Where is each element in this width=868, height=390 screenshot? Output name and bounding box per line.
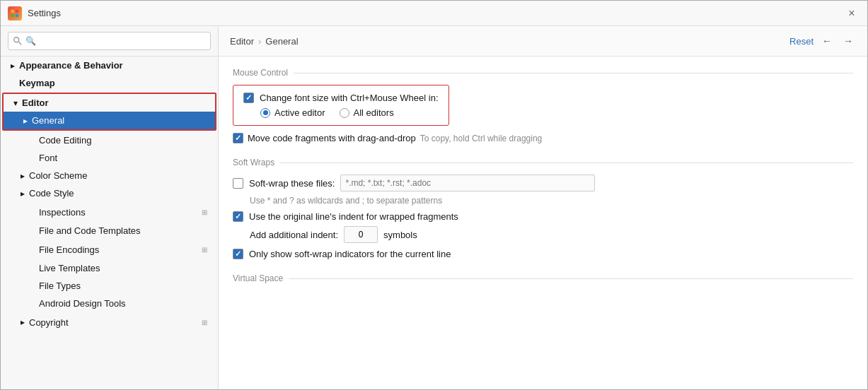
main-header: Editor › General Reset ← → (219, 26, 867, 57)
settings-window: Settings × Appearance & Behavior Keymap (0, 0, 868, 390)
sidebar-item-live-templates[interactable]: Live Templates (1, 259, 218, 277)
sidebar-label-live-templates: Live Templates (39, 263, 211, 273)
close-button[interactable]: × (843, 5, 860, 22)
all-editors-radio-btn[interactable] (340, 108, 349, 118)
indent-input[interactable] (344, 226, 378, 243)
mouse-control-section-title: Mouse Control (233, 68, 853, 78)
sidebar-label-android-design-tools: Android Design Tools (39, 298, 211, 309)
sidebar-item-copyright[interactable]: Copyright ⊞ (1, 312, 218, 332)
sidebar-label-file-types: File Types (39, 280, 211, 291)
sidebar-item-file-encodings[interactable]: File Encodings ⊞ (1, 240, 218, 259)
soft-wrap-input[interactable] (340, 175, 595, 191)
sidebar-item-code-editing[interactable]: Code Editing (1, 131, 218, 149)
soft-wrap-label[interactable]: Soft-wrap these files: (249, 178, 335, 189)
sidebar-item-general[interactable]: General (4, 112, 215, 129)
chevron-right-icon (18, 189, 28, 199)
svg-rect-1 (16, 9, 18, 12)
app-icon (8, 6, 22, 20)
active-editor-radio[interactable]: Active editor (260, 107, 325, 118)
soft-wraps-section-title: Soft Wraps (233, 158, 853, 167)
breadcrumb: Editor › General (230, 36, 789, 47)
soft-wrap-files-row: Soft-wrap these files: (233, 175, 853, 191)
symbols-label: symbols (383, 230, 417, 240)
chevron-right-icon (8, 61, 18, 71)
chevron-right-icon (21, 116, 30, 126)
sidebar-item-color-scheme[interactable]: Color Scheme (1, 167, 218, 184)
active-editor-radio-btn[interactable] (260, 108, 270, 118)
sidebar-label-copyright: Copyright (29, 317, 198, 328)
mouse-control-group: Mouse Control Change font size with Ctrl… (233, 68, 853, 143)
add-indent-row: Add additional indent: symbols (233, 226, 853, 243)
move-code-checkbox[interactable] (233, 133, 243, 143)
all-editors-label[interactable]: All editors (354, 107, 394, 118)
soft-wrap-indicators-label[interactable]: Only show soft-wrap indicators for the c… (249, 249, 451, 259)
reset-button[interactable]: Reset (789, 36, 814, 47)
sidebar: Appearance & Behavior Keymap Editor Gene… (1, 26, 219, 389)
chevron-right-icon (18, 171, 28, 181)
sidebar-item-inspections[interactable]: Inspections ⊞ (1, 202, 218, 222)
change-font-row: Change font size with Ctrl+Mouse Wheel i… (243, 93, 439, 103)
svg-rect-3 (16, 13, 18, 16)
main-content-area: Appearance & Behavior Keymap Editor Gene… (1, 26, 867, 389)
virtual-space-section-title: Virtual Space (233, 273, 853, 283)
sidebar-label-file-encodings: File Encodings (39, 244, 198, 255)
all-editors-radio[interactable]: All editors (340, 107, 394, 118)
sidebar-item-keymap[interactable]: Keymap (1, 74, 218, 92)
main-panel: Editor › General Reset ← → Mouse Control (219, 26, 867, 389)
settings-icon-2: ⊞ (198, 243, 211, 256)
sidebar-label-color-scheme: Color Scheme (29, 170, 211, 181)
original-indent-label[interactable]: Use the original line's indent for wrapp… (249, 211, 458, 222)
soft-wrap-hint: Use * and ? as wildcards and ; to separa… (233, 196, 853, 206)
sidebar-label-font: Font (39, 153, 211, 163)
forward-button[interactable]: → (840, 33, 856, 49)
soft-wrap-indicators-row: Only show soft-wrap indicators for the c… (233, 249, 853, 259)
back-button[interactable]: ← (819, 33, 835, 49)
sidebar-label-appearance: Appearance & Behavior (19, 60, 211, 71)
breadcrumb-separator: › (258, 36, 261, 47)
sidebar-item-font[interactable]: Font (1, 149, 218, 167)
soft-wrap-checkbox[interactable] (233, 178, 243, 189)
settings-icon: ⊞ (198, 206, 211, 218)
active-editor-label[interactable]: Active editor (274, 107, 325, 118)
sidebar-label-editor: Editor (22, 98, 208, 108)
chevron-right-icon (18, 317, 28, 327)
sidebar-label-inspections: Inspections (39, 207, 198, 218)
sidebar-item-editor[interactable]: Editor (4, 94, 215, 112)
search-bar (1, 26, 218, 57)
sidebar-label-file-code-templates: File and Code Templates (39, 225, 211, 236)
sidebar-label-code-editing: Code Editing (39, 135, 211, 146)
sidebar-label-general: General (32, 115, 208, 126)
change-font-checkbox[interactable] (243, 93, 254, 103)
soft-wraps-group: Soft Wraps Soft-wrap these files: Use * … (233, 158, 853, 259)
header-actions: Reset ← → (789, 33, 856, 49)
titlebar: Settings × (1, 1, 867, 26)
sidebar-item-code-style[interactable]: Code Style (1, 184, 218, 202)
chevron-down-icon (11, 98, 21, 108)
sidebar-label-code-style: Code Style (29, 188, 211, 199)
soft-wrap-indicators-checkbox[interactable] (233, 249, 243, 259)
move-code-hint: To copy, hold Ctrl while dragging (420, 134, 543, 143)
original-indent-checkbox[interactable] (233, 211, 243, 222)
original-indent-row: Use the original line's indent for wrapp… (233, 211, 853, 222)
breadcrumb-child: General (265, 36, 298, 47)
sidebar-item-file-types[interactable]: File Types (1, 277, 218, 295)
settings-icon-3: ⊞ (198, 316, 211, 329)
sidebar-item-android-design-tools[interactable]: Android Design Tools (1, 295, 218, 312)
svg-rect-2 (11, 13, 14, 16)
settings-content: Mouse Control Change font size with Ctrl… (219, 57, 867, 389)
breadcrumb-parent: Editor (230, 36, 254, 47)
change-font-label[interactable]: Change font size with Ctrl+Mouse Wheel i… (260, 93, 439, 103)
search-input[interactable] (8, 32, 211, 50)
sidebar-item-appearance[interactable]: Appearance & Behavior (1, 57, 218, 74)
svg-rect-0 (11, 9, 14, 12)
add-indent-label: Add additional indent: (250, 230, 338, 240)
move-code-row: Move code fragments with drag-and-drop T… (233, 133, 853, 143)
virtual-space-group: Virtual Space (233, 273, 853, 283)
window-title: Settings (28, 8, 843, 18)
move-code-label[interactable]: Move code fragments with drag-and-drop (248, 133, 416, 143)
editor-radio-row: Active editor All editors (243, 107, 439, 118)
mouse-control-box: Change font size with Ctrl+Mouse Wheel i… (233, 85, 449, 126)
sidebar-item-file-code-templates[interactable]: File and Code Templates (1, 222, 218, 240)
sidebar-label-keymap: Keymap (19, 78, 211, 88)
